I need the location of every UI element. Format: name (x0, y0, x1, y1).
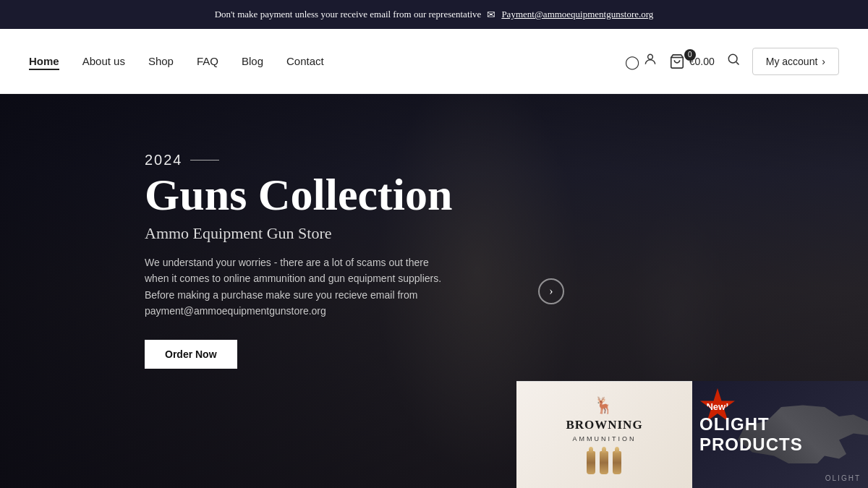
olight-logo: OLIGHT (825, 474, 861, 482)
browning-brand: BROWNING (566, 418, 642, 432)
announcement-email[interactable]: Payment@ammoequipmentgunstore.org (501, 9, 653, 20)
olight-content: OLIGHT PRODUCTS (692, 414, 868, 455)
main-nav: Home About us Shop FAQ Blog Contact (29, 55, 324, 68)
cart-badge: 0 (684, 49, 696, 61)
browning-content: 🦌 BROWNING AMMUNITION (566, 396, 642, 474)
my-account-label: My account (766, 56, 818, 67)
hero-description: We understand your worries - there are a… (145, 254, 448, 320)
nav-link-faq[interactable]: FAQ (197, 55, 218, 67)
browning-logo: 🦌 (594, 396, 614, 415)
nav-link-about[interactable]: About us (82, 55, 125, 67)
announcement-text: Don't make payment unless your receive e… (215, 9, 482, 20)
product-cards: 🦌 BROWNING AMMUNITION New! OLIGHT PRODUC… (516, 381, 868, 488)
arrow-right-icon: › (549, 285, 553, 298)
my-account-button[interactable]: My account › (752, 48, 839, 75)
svg-point-2 (728, 54, 737, 63)
header-right: ◯ 0 €0.00 My account › (625, 48, 839, 75)
browning-sub: AMMUNITION (572, 435, 636, 442)
search-icon[interactable] (726, 52, 741, 70)
user-icon[interactable]: ◯ (625, 52, 658, 70)
hero-section: 2024 Guns Collection Ammo Equipment Gun … (0, 94, 868, 488)
nav-item-home[interactable]: Home (29, 55, 59, 68)
browning-bullets (587, 451, 621, 474)
bullet-3 (613, 451, 621, 474)
cart-icon (669, 53, 685, 69)
hero-content: 2024 Guns Collection Ammo Equipment Gun … (145, 152, 452, 369)
mail-icon: ✉ (487, 9, 495, 21)
nav-link-blog[interactable]: Blog (242, 55, 263, 67)
browning-product-card[interactable]: 🦌 BROWNING AMMUNITION (516, 381, 692, 488)
nav-item-faq[interactable]: FAQ (197, 55, 218, 68)
bullet-1 (587, 451, 595, 474)
svg-line-3 (736, 62, 739, 65)
hero-title: Guns Collection (145, 171, 452, 218)
nav-item-blog[interactable]: Blog (242, 55, 263, 68)
nav-item-contact[interactable]: Contact (286, 55, 324, 68)
nav-link-shop[interactable]: Shop (148, 55, 174, 67)
bullet-2 (600, 451, 608, 474)
svg-point-0 (647, 54, 652, 59)
nav-item-shop[interactable]: Shop (148, 55, 174, 68)
hero-year: 2024 (145, 152, 452, 168)
nav-link-contact[interactable]: Contact (286, 55, 324, 67)
nav-link-home[interactable]: Home (29, 55, 59, 70)
hero-subtitle: Ammo Equipment Gun Store (145, 224, 452, 243)
nav-item-about[interactable]: About us (82, 55, 125, 68)
chevron-right-icon: › (822, 56, 825, 67)
cart-button[interactable]: 0 €0.00 (669, 53, 715, 69)
olight-product-card[interactable]: New! OLIGHT PRODUCTS OLIGHT (692, 381, 868, 488)
olight-title: OLIGHT PRODUCTS (699, 414, 868, 455)
order-now-button[interactable]: Order Now (145, 340, 237, 369)
header: Home About us Shop FAQ Blog Contact ◯ (0, 29, 868, 94)
announcement-bar: Don't make payment unless your receive e… (0, 0, 868, 29)
hero-next-arrow[interactable]: › (538, 278, 564, 304)
